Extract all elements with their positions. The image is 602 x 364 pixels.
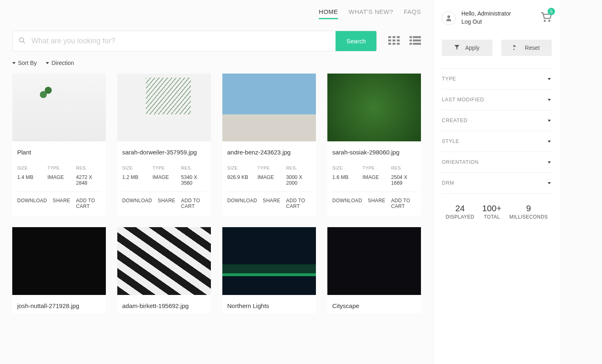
meta-res-value: 5340 X 3560 xyxy=(181,174,206,186)
filter-label: CREATED xyxy=(442,118,468,123)
svg-rect-19 xyxy=(413,42,421,45)
svg-point-22 xyxy=(548,20,551,22)
meta-res-value: 4272 X 2848 xyxy=(76,174,101,186)
asset-card[interactable]: adam-birkett-195692.jpg xyxy=(117,227,211,313)
asset-title: Plant xyxy=(17,149,101,156)
stat-displayed-value: 24 xyxy=(446,203,474,213)
thumbnail[interactable] xyxy=(12,74,106,141)
search-input[interactable] xyxy=(31,31,336,51)
meta-size-label: SIZE xyxy=(227,165,249,170)
svg-rect-13 xyxy=(397,42,400,45)
meta-size-value: 1.6 MB xyxy=(332,174,354,180)
stat-displayed-label: DISPLAYED xyxy=(446,214,474,220)
filter-section-orientation[interactable]: ORIENTATION xyxy=(442,152,552,172)
nav-whats-new[interactable]: WHAT'S NEW? xyxy=(349,8,393,18)
stat-total-value: 100+ xyxy=(482,203,501,213)
share-action[interactable]: SHARE xyxy=(368,198,385,209)
svg-rect-17 xyxy=(413,39,421,41)
add-to-cart-action[interactable]: ADD TO CART xyxy=(391,198,416,209)
svg-rect-7 xyxy=(397,36,400,38)
filter-section-created[interactable]: CREATED xyxy=(442,110,552,131)
add-to-cart-action[interactable]: ADD TO CART xyxy=(181,198,206,209)
chevron-down-icon xyxy=(548,99,551,101)
svg-rect-12 xyxy=(393,42,396,45)
filter-section-style[interactable]: STYLE xyxy=(442,131,552,152)
download-action[interactable]: DOWNLOAD xyxy=(17,198,47,209)
stat-total-label: TOTAL xyxy=(482,214,501,220)
sort-by-dropdown[interactable]: Sort By xyxy=(12,60,37,66)
filter-section-drm[interactable]: DRM xyxy=(442,172,552,194)
add-to-cart-action[interactable]: ADD TO CART xyxy=(286,198,311,209)
asset-card[interactable]: sarah-sosiak-298060.jpgSIZE1.6 MBTYPEIMA… xyxy=(327,74,421,216)
meta-type-value: IMAGE xyxy=(363,174,383,180)
asset-card[interactable]: josh-nuttall-271928.jpg xyxy=(12,227,106,313)
asset-title: josh-nuttall-271928.jpg xyxy=(17,302,101,309)
download-action[interactable]: DOWNLOAD xyxy=(227,198,257,209)
asset-card[interactable]: PlantSIZE1.4 MBTYPEIMAGERES.4272 X 2848D… xyxy=(12,74,106,216)
download-action[interactable]: DOWNLOAD xyxy=(122,198,152,209)
cart-button[interactable]: 5 xyxy=(540,12,552,24)
thumbnail[interactable] xyxy=(117,74,211,141)
meta-size-label: SIZE xyxy=(122,165,144,170)
svg-rect-11 xyxy=(388,42,391,45)
asset-card[interactable]: sarah-dorweiler-357959.jpgSIZE1.2 MBTYPE… xyxy=(117,74,211,216)
download-action[interactable]: DOWNLOAD xyxy=(332,198,362,209)
svg-rect-14 xyxy=(410,36,412,38)
svg-rect-15 xyxy=(413,36,421,38)
filter-label: ORIENTATION xyxy=(442,159,479,165)
thumbnail[interactable] xyxy=(222,227,316,295)
meta-type-label: TYPE xyxy=(152,165,173,170)
filter-section-last-modified[interactable]: LAST MODIFIED xyxy=(442,89,552,110)
meta-type-label: TYPE xyxy=(47,165,68,170)
asset-card[interactable]: Cityscape xyxy=(327,227,421,313)
meta-size-value: 926.9 KB xyxy=(227,174,249,180)
svg-rect-5 xyxy=(388,36,391,38)
thumbnail[interactable] xyxy=(222,74,316,141)
meta-res-label: RES. xyxy=(286,165,311,170)
apply-button[interactable]: Apply xyxy=(442,40,492,56)
nav-home[interactable]: HOME xyxy=(319,8,338,18)
meta-res-label: RES. xyxy=(76,165,101,170)
svg-line-4 xyxy=(23,41,25,43)
filter-label: TYPE xyxy=(442,76,456,82)
svg-rect-10 xyxy=(397,39,400,41)
filter-label: LAST MODIFIED xyxy=(442,97,484,103)
asset-card[interactable]: andre-benz-243623.jpgSIZE926.9 KBTYPEIMA… xyxy=(222,74,316,216)
svg-point-21 xyxy=(544,20,546,22)
filter-label: DRM xyxy=(442,180,454,186)
grid-view-icon[interactable] xyxy=(388,36,400,47)
share-action[interactable]: SHARE xyxy=(263,198,280,209)
meta-size-value: 1.2 MB xyxy=(122,174,144,180)
meta-size-value: 1.4 MB xyxy=(17,174,39,180)
asset-title: adam-birkett-195692.jpg xyxy=(122,302,206,309)
stat-ms-value: 9 xyxy=(509,203,548,213)
avatar[interactable] xyxy=(442,11,456,25)
thumbnail[interactable] xyxy=(327,74,421,141)
add-to-cart-action[interactable]: ADD TO CART xyxy=(76,198,101,209)
meta-res-label: RES. xyxy=(391,165,416,170)
list-view-icon[interactable] xyxy=(410,36,421,47)
chevron-down-icon xyxy=(548,120,551,122)
asset-card[interactable]: Northern Lights xyxy=(222,227,316,313)
share-action[interactable]: SHARE xyxy=(158,198,175,209)
reset-button[interactable]: Reset xyxy=(501,40,552,56)
share-action[interactable]: SHARE xyxy=(53,198,70,209)
svg-rect-9 xyxy=(393,39,396,41)
logout-link[interactable]: Log Out xyxy=(461,18,482,25)
meta-size-label: SIZE xyxy=(332,165,354,170)
thumbnail[interactable] xyxy=(12,227,106,295)
chevron-down-icon xyxy=(548,141,551,143)
asset-title: sarah-dorweiler-357959.jpg xyxy=(122,149,206,156)
svg-rect-6 xyxy=(393,36,396,38)
direction-dropdown[interactable]: Direction xyxy=(46,60,74,66)
thumbnail[interactable] xyxy=(327,227,421,295)
thumbnail[interactable] xyxy=(117,227,211,295)
search-button[interactable]: Search xyxy=(336,31,376,51)
undo-icon xyxy=(513,45,519,51)
filter-section-type[interactable]: TYPE xyxy=(442,68,552,89)
filter-label: STYLE xyxy=(442,138,459,144)
nav-faqs[interactable]: FAQS xyxy=(404,8,421,18)
svg-point-20 xyxy=(448,15,450,18)
chevron-down-icon xyxy=(548,182,551,184)
meta-res-label: RES. xyxy=(181,165,206,170)
